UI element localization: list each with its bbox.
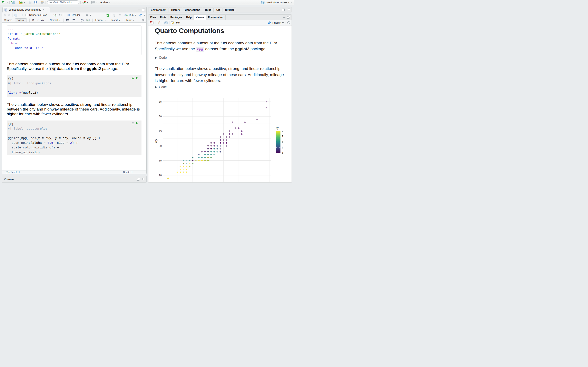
svg-text:35: 35 [159, 100, 162, 103]
svg-text:8: 8 [282, 129, 283, 132]
svg-text:2: 2 [72, 20, 72, 22]
svg-text:cty: cty [154, 139, 158, 143]
svg-text:5: 5 [282, 146, 283, 149]
svg-text:6: 6 [282, 140, 283, 143]
svg-text:7: 7 [282, 135, 283, 138]
svg-text:15: 15 [159, 159, 162, 162]
svg-text:R: R [263, 2, 264, 4]
svg-text:1: 1 [72, 19, 72, 20]
svg-text:cyl: cyl [276, 126, 279, 129]
svg-text:20: 20 [159, 144, 162, 147]
svg-text:25: 25 [159, 130, 162, 133]
svg-text:4: 4 [282, 151, 283, 155]
svg-text:10: 10 [159, 174, 162, 177]
svg-text:ABC: ABC [53, 14, 57, 16]
svg-text:30: 30 [159, 115, 162, 118]
